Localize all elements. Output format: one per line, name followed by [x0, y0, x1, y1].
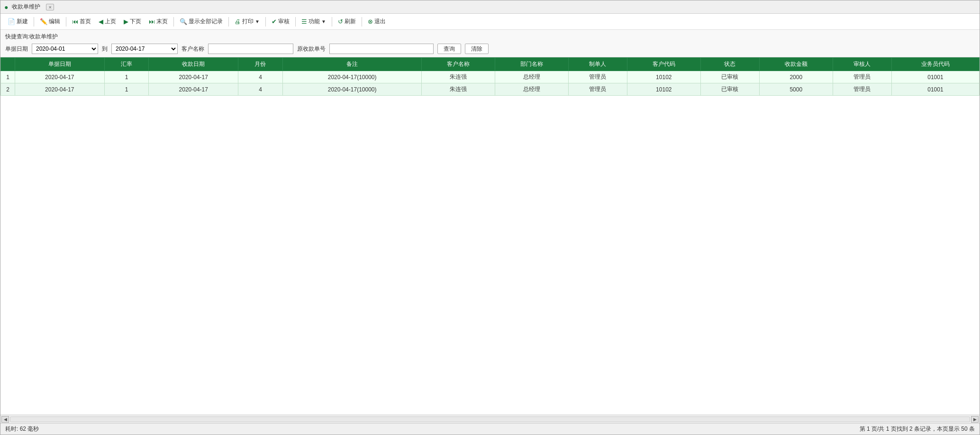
- cell-收款金额: 5000: [759, 83, 833, 96]
- audit-button[interactable]: ✔ 审核: [268, 16, 293, 27]
- separator-7: [332, 17, 332, 27]
- col-customer-code: 客户代码: [627, 58, 700, 71]
- date-to-input[interactable]: 2020-04-17: [111, 44, 178, 54]
- cell-收款日期: 2020-04-17: [149, 83, 238, 96]
- cell-客户名称: 朱连强: [422, 71, 495, 83]
- cell-客户代码: 10102: [627, 71, 700, 83]
- separator-6: [295, 17, 296, 27]
- print-button[interactable]: 🖨 打印 ▼: [231, 16, 263, 27]
- col-creator: 制单人: [568, 58, 627, 71]
- table-body: 12020-04-1712020-04-1742020-04-17(10000)…: [1, 71, 980, 96]
- col-rate: 汇率: [104, 58, 149, 71]
- table-row[interactable]: 12020-04-1712020-04-1742020-04-17(10000)…: [1, 71, 980, 83]
- col-salesman-code: 业务员代码: [891, 58, 979, 71]
- toolbar: 📄 新建 ✏️ 编辑 ⏮ 首页 ◀ 上页 ▶ 下页 ⏭ 末页 🔍 显示全部记录: [0, 14, 980, 30]
- table-container[interactable]: 单据日期 汇率 收款日期 月份 备注 客户名称 部门名称 制单人 客户代码 状态…: [0, 57, 980, 415]
- col-month: 月份: [238, 58, 283, 71]
- function-button[interactable]: ☰ 功能 ▼: [298, 16, 329, 27]
- cell-业务员代码: 01001: [891, 83, 979, 96]
- scroll-right-button[interactable]: ▶: [971, 416, 979, 423]
- cell-num: 1: [1, 71, 15, 83]
- last-page-button[interactable]: ⏭ 末页: [145, 16, 171, 27]
- date-from-input[interactable]: 2020-04-01: [32, 44, 98, 54]
- col-dept-name: 部门名称: [495, 58, 569, 71]
- cell-备注: 2020-04-17(10000): [282, 83, 422, 96]
- status-time: 耗时: 62 毫秒: [5, 425, 39, 433]
- cell-月份: 4: [238, 71, 283, 83]
- col-amount: 收款金额: [759, 58, 833, 71]
- quick-search-panel: 快捷查询:收款单维护 单据日期 2020-04-01 到 2020-04-17 …: [0, 30, 980, 57]
- separator-1: [34, 17, 34, 27]
- date-to-label: 到: [102, 45, 108, 53]
- separator-5: [265, 17, 266, 27]
- col-num: [1, 58, 15, 71]
- cell-审核人: 管理员: [833, 83, 891, 96]
- edit-button[interactable]: ✏️ 编辑: [36, 16, 64, 27]
- clear-button[interactable]: 清除: [465, 44, 489, 54]
- scroll-left-button[interactable]: ◀: [1, 416, 9, 423]
- separator-8: [362, 17, 362, 27]
- col-note: 备注: [282, 58, 422, 71]
- close-button[interactable]: ×: [46, 4, 54, 10]
- scroll-track[interactable]: [10, 417, 970, 422]
- cell-客户名称: 朱连强: [422, 83, 495, 96]
- show-all-button[interactable]: 🔍 显示全部记录: [176, 16, 226, 27]
- status-page-info: 第 1 页/共 1 页找到 2 条记录，本页显示 50 条: [860, 425, 975, 433]
- refresh-icon: ↺: [338, 18, 343, 25]
- next-page-button[interactable]: ▶ 下页: [120, 16, 145, 27]
- print-icon: 🖨: [235, 18, 241, 25]
- cell-汇率: 1: [104, 71, 149, 83]
- main-window: ● 收款单维护 × 📄 新建 ✏️ 编辑 ⏮ 首页 ◀ 上页 ▶ 下页 ⏭ 末页: [0, 0, 980, 435]
- first-page-button[interactable]: ⏮ 首页: [69, 16, 94, 27]
- col-receipt-date: 收款日期: [149, 58, 238, 71]
- prev-page-button[interactable]: ◀ 上页: [95, 16, 119, 27]
- query-button[interactable]: 查询: [437, 44, 461, 54]
- refresh-button[interactable]: ↺ 刷新: [335, 16, 359, 27]
- cell-单据日期: 2020-04-17: [15, 71, 105, 83]
- table-header-row: 单据日期 汇率 收款日期 月份 备注 客户名称 部门名称 制单人 客户代码 状态…: [1, 58, 980, 71]
- exit-button[interactable]: ⊗ 退出: [364, 16, 389, 27]
- quick-search-title: 快捷查询:收款单维护: [5, 33, 975, 41]
- cell-业务员代码: 01001: [891, 71, 979, 83]
- window-title: 收款单维护: [12, 3, 40, 11]
- horizontal-scrollbar[interactable]: ◀ ▶: [0, 415, 980, 423]
- cell-备注: 2020-04-17(10000): [282, 71, 422, 83]
- cell-num: 2: [1, 83, 15, 96]
- cell-收款日期: 2020-04-17: [149, 71, 238, 83]
- cell-汇率: 1: [104, 83, 149, 96]
- function-icon: ☰: [301, 18, 307, 25]
- cell-部门名称: 总经理: [495, 83, 569, 96]
- edit-icon: ✏️: [40, 18, 47, 25]
- date-label: 单据日期: [5, 45, 28, 53]
- show-all-icon: 🔍: [180, 18, 187, 25]
- print-dropdown-arrow: ▼: [255, 19, 260, 24]
- cell-状态: 已审核: [700, 83, 759, 96]
- window-icon: ●: [4, 3, 8, 11]
- exit-icon: ⊗: [368, 18, 373, 25]
- first-icon: ⏮: [72, 18, 78, 25]
- cell-部门名称: 总经理: [495, 71, 569, 83]
- cell-制单人: 管理员: [568, 83, 627, 96]
- new-icon: 📄: [8, 18, 15, 25]
- title-bar: ● 收款单维护 ×: [0, 0, 980, 14]
- new-button[interactable]: 📄 新建: [4, 16, 31, 27]
- table-row[interactable]: 22020-04-1712020-04-1742020-04-17(10000)…: [1, 83, 980, 96]
- cell-月份: 4: [238, 83, 283, 96]
- separator-2: [66, 17, 66, 27]
- cell-制单人: 管理员: [568, 71, 627, 83]
- col-auditor: 审核人: [833, 58, 891, 71]
- col-customer-name: 客户名称: [422, 58, 495, 71]
- data-table: 单据日期 汇率 收款日期 月份 备注 客户名称 部门名称 制单人 客户代码 状态…: [0, 57, 980, 96]
- cell-收款金额: 2000: [759, 71, 833, 83]
- customer-input[interactable]: [208, 44, 293, 54]
- cell-状态: 已审核: [700, 71, 759, 83]
- col-status: 状态: [700, 58, 759, 71]
- order-num-input[interactable]: [329, 44, 434, 54]
- quick-search-row: 单据日期 2020-04-01 到 2020-04-17 客户名称 原收款单号 …: [5, 44, 975, 54]
- next-icon: ▶: [124, 18, 128, 25]
- audit-icon: ✔: [272, 18, 277, 25]
- prev-icon: ◀: [99, 18, 103, 25]
- last-icon: ⏭: [149, 18, 155, 25]
- separator-4: [228, 17, 229, 27]
- col-date: 单据日期: [15, 58, 105, 71]
